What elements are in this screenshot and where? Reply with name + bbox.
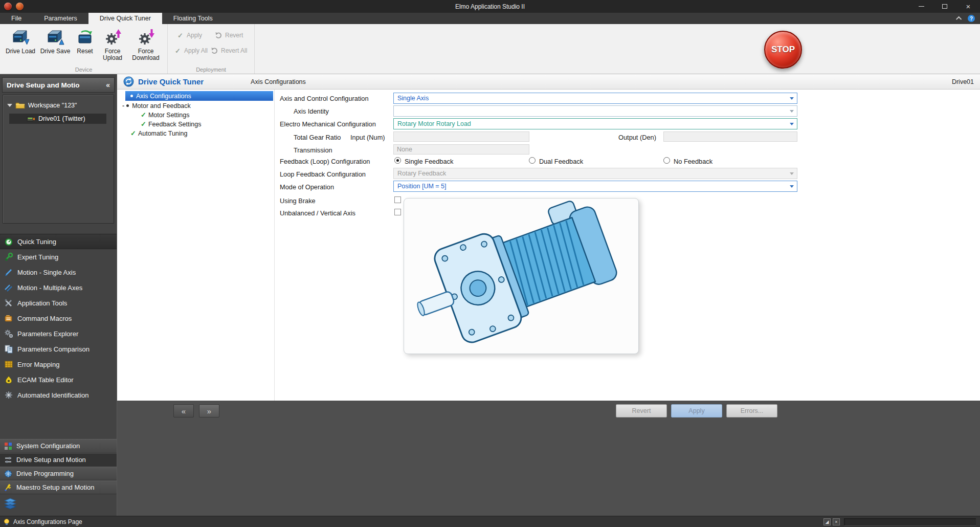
maestro-setup-icon	[4, 484, 12, 492]
input-value: None	[397, 146, 412, 153]
chevron-down-icon	[790, 123, 794, 125]
drive-save-label: Drive Save	[40, 48, 71, 55]
gear-input-field[interactable]	[393, 131, 529, 142]
apply-ribbon-button[interactable]: ✓ Apply	[176, 30, 202, 40]
sidebar-item-label: Motion - Multiple Axes	[17, 284, 82, 292]
force-download-button[interactable]: Force Download	[129, 27, 163, 61]
gear-output-field[interactable]	[663, 131, 797, 142]
collapse-ribbon-icon[interactable]	[956, 16, 962, 22]
sidebar-item-parameters-comparison[interactable]: Parameters Comparison	[0, 341, 117, 357]
revert-button[interactable]: Revert	[616, 404, 667, 418]
revert-ribbon-button[interactable]: Revert	[215, 30, 243, 40]
session-icon[interactable]	[16, 3, 24, 10]
tab-floating-tools[interactable]: Floating Tools	[162, 13, 224, 24]
tab-parameters[interactable]: Parameters	[33, 13, 88, 24]
using-brake-checkbox[interactable]	[394, 196, 401, 203]
force-upload-button[interactable]: Force Upload	[98, 27, 127, 61]
sidebar-menu: Quick Tuning Expert Tuning Motion - Sing…	[0, 234, 117, 403]
radio-dual-feedback-label[interactable]: Dual Feedback	[539, 158, 583, 165]
using-brake-label: Using Brake	[280, 197, 316, 205]
close-button[interactable]: ×	[956, 0, 980, 13]
apply-check-icon: ✓	[176, 32, 184, 39]
menubar: File Parameters Drive Quick Tuner Floati…	[0, 13, 980, 24]
mode-of-operation-combo[interactable]: Position [UM = 5]	[393, 181, 797, 192]
module-drive-setup-and-motion[interactable]: Drive Setup and Motion	[0, 453, 117, 467]
reset-button[interactable]: Reset	[74, 27, 96, 61]
next-icon: »	[207, 407, 211, 415]
sidebar-item-automated-identification[interactable]: Automated Identification	[0, 387, 117, 403]
application-tools-icon	[4, 298, 13, 308]
sidebar-item-parameters-explorer[interactable]: Parameters Explorer	[0, 326, 117, 341]
ecam-table-editor-icon	[4, 375, 13, 384]
radio-no-feedback[interactable]	[663, 157, 670, 164]
workspace-label: Workspace "123"	[28, 102, 77, 109]
nav-prev-button[interactable]: «	[173, 404, 194, 418]
minimize-button[interactable]	[909, 0, 933, 13]
device-group-label: Device	[0, 67, 167, 73]
sidebar-header[interactable]: Drive Setup and Motio «	[2, 77, 115, 93]
apply-all-check-icon: ✓	[174, 47, 182, 55]
radio-dual-feedback[interactable]	[529, 157, 536, 164]
tree-item-feedback-settings[interactable]: ✓ Feedback Settings	[117, 119, 274, 129]
sidebar-item-expert-tuning[interactable]: Expert Tuning	[0, 249, 117, 265]
check-icon: ✓	[141, 111, 146, 119]
module-maestro-setup-and-motion[interactable]: Maestro Setup and Motion	[0, 480, 117, 494]
sidebar-item-error-mapping[interactable]: Error Mapping	[0, 357, 117, 372]
tree-item-automatic-tuning[interactable]: ✓ Automatic Tuning	[117, 128, 274, 138]
status-resize-icon[interactable]: ◢	[823, 518, 831, 525]
tab-drive-quick-tuner[interactable]: Drive Quick Tuner	[88, 13, 162, 24]
radio-single-feedback-label[interactable]: Single Feedback	[405, 158, 453, 165]
revert-ribbon-label: Revert	[225, 32, 243, 39]
sidebar-item-ecam-table-editor[interactable]: ECAM Table Editor	[0, 372, 117, 387]
stop-button[interactable]: STOP	[764, 31, 802, 69]
collapse-expander-icon[interactable]: -	[122, 102, 124, 109]
sidebar-item-label: Motion - Single Axis	[17, 269, 76, 276]
sidebar-item-application-tools[interactable]: Application Tools	[0, 295, 117, 311]
expander-icon[interactable]	[7, 104, 12, 107]
axis-control-combo[interactable]: Single Axis	[393, 93, 797, 104]
layers-icon[interactable]	[4, 498, 16, 509]
nav-next-button[interactable]: »	[199, 404, 219, 418]
check-icon: ✓	[130, 129, 136, 137]
maximize-button[interactable]	[933, 0, 956, 13]
status-close-icon[interactable]: ×	[833, 518, 840, 525]
chevron-down-icon	[790, 185, 794, 188]
sidebar-item-label: Expert Tuning	[17, 253, 58, 261]
tree-item-motor-and-feedback[interactable]: - Motor and Feedback	[117, 101, 274, 111]
revert-all-arrow-icon	[211, 47, 218, 55]
unbalanced-axis-label: Unbalanced / Vertical Axis	[280, 209, 355, 217]
tree-item-motor-settings[interactable]: ✓ Motor Settings	[117, 110, 274, 120]
drive-load-button[interactable]: Drive Load	[4, 27, 37, 61]
workspace-node[interactable]: Workspace "123"	[7, 100, 109, 111]
module-system-configuration[interactable]: System Configuration	[0, 439, 117, 453]
tree-item-axis-configurations[interactable]: Axis Configurations	[125, 91, 273, 101]
errors-button[interactable]: Errors...	[726, 404, 777, 418]
drive-node[interactable]: Drive01 (Twitter)	[9, 114, 106, 124]
apply-all-ribbon-button[interactable]: ✓ Apply All	[174, 46, 208, 56]
sidebar-item-motion-multiple-axes[interactable]: Motion - Multiple Axes	[0, 280, 117, 295]
app-icon[interactable]	[4, 3, 12, 10]
sidebar-collapse-icon[interactable]: «	[106, 81, 110, 89]
force-upload-label: Force Upload	[98, 48, 127, 61]
radio-no-feedback-label[interactable]: No Feedback	[674, 158, 712, 165]
drive-save-button[interactable]: Drive Save	[39, 27, 72, 61]
radio-single-feedback[interactable]	[394, 157, 401, 164]
unbalanced-axis-checkbox[interactable]	[394, 209, 401, 215]
tab-file[interactable]: File	[0, 13, 33, 24]
bullet-icon	[126, 104, 129, 107]
sidebar-item-quick-tuning[interactable]: Quick Tuning	[0, 234, 117, 249]
help-icon[interactable]: ?	[968, 15, 975, 22]
module-drive-programming[interactable]: Drive Programming	[0, 467, 117, 480]
sidebar-item-command-macros[interactable]: Command Macros	[0, 311, 117, 326]
sidebar-item-motion-single-axis[interactable]: Motion - Single Axis	[0, 265, 117, 280]
tree-item-label: Axis Configurations	[136, 93, 191, 100]
electro-mech-combo[interactable]: Rotary Motor Rotary Load	[393, 118, 797, 129]
electro-mech-label: Electro Mechanical Configuration	[280, 120, 376, 128]
axis-identity-combo[interactable]	[393, 105, 797, 117]
transmission-field[interactable]: None	[393, 144, 529, 155]
apply-button[interactable]: Apply	[671, 404, 722, 418]
quick-tuning-icon	[4, 237, 13, 246]
revert-all-ribbon-button[interactable]: Revert All	[211, 46, 247, 56]
motion-single-axis-icon	[4, 268, 13, 277]
sidebar: Drive Setup and Motio « Workspace "123" …	[0, 74, 117, 516]
